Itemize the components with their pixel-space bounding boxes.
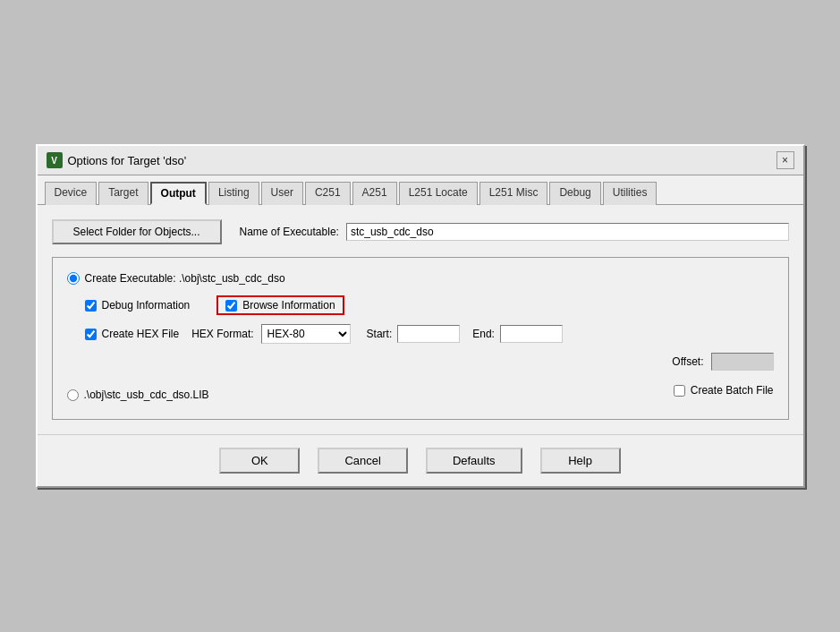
start-label: Start:: [367, 328, 393, 340]
tab-utilities[interactable]: Utilities: [603, 182, 658, 205]
select-folder-button[interactable]: Select Folder for Objects...: [52, 219, 222, 244]
tab-listing[interactable]: Listing: [208, 182, 259, 205]
name-exec-label: Name of Executable:: [240, 226, 339, 238]
app-icon: V: [47, 152, 63, 168]
create-batch-checkbox[interactable]: [674, 385, 685, 397]
create-executable-radio[interactable]: [67, 272, 80, 285]
create-executable-row: Create Executable: .\obj\stc_usb_cdc_dso: [67, 272, 774, 285]
content-area: Select Folder for Objects... Name of Exe…: [38, 205, 803, 434]
title-bar: V Options for Target 'dso' ×: [38, 146, 803, 175]
offset-input: [711, 353, 774, 371]
browse-info-checkbox[interactable]: [225, 300, 237, 312]
end-input[interactable]: [500, 325, 563, 343]
end-label: End:: [472, 328, 495, 340]
tab-a251[interactable]: A251: [352, 182, 397, 205]
lib-path-label: .\obj\stc_usb_cdc_dso.LIB: [84, 389, 209, 401]
start-input[interactable]: [397, 325, 460, 343]
lib-row: .\obj\stc_usb_cdc_dso.LIB: [67, 389, 209, 401]
top-row: Select Folder for Objects... Name of Exe…: [52, 219, 789, 244]
tab-target[interactable]: Target: [98, 182, 148, 205]
options-group: Create Executable: .\obj\stc_usb_cdc_dso…: [52, 257, 789, 420]
main-window: V Options for Target 'dso' × Device Targ…: [36, 144, 805, 488]
ok-button[interactable]: OK: [219, 448, 300, 474]
create-executable-label: Create Executable: .\obj\stc_usb_cdc_dso: [85, 272, 285, 285]
defaults-button[interactable]: Defaults: [426, 448, 522, 474]
offset-label: Offset:: [672, 355, 703, 368]
name-exec-row: Name of Executable:: [240, 223, 789, 241]
tab-output[interactable]: Output: [150, 182, 207, 205]
create-hex-label: Create HEX File: [102, 328, 180, 340]
lib-radio[interactable]: [67, 389, 79, 401]
create-batch-label: Create Batch File: [691, 384, 774, 397]
tab-l251misc[interactable]: L251 Misc: [479, 182, 548, 205]
debug-info-checkbox[interactable]: [85, 300, 97, 312]
offset-row: Offset:: [67, 353, 774, 371]
tab-bar: Device Target Output Listing User C251 A…: [38, 175, 803, 205]
tab-user[interactable]: User: [261, 182, 303, 205]
lib-batch-row: .\obj\stc_usb_cdc_dso.LIB Create Batch F…: [67, 380, 774, 401]
close-button[interactable]: ×: [776, 151, 794, 169]
debug-info-row: Debug Information: [85, 299, 191, 312]
hex-format-select[interactable]: HEX-80 HEX-16 HEX-32: [261, 324, 351, 344]
hex-format-label: HEX Format:: [191, 328, 253, 340]
help-button[interactable]: Help: [540, 448, 621, 474]
title-bar-left: V Options for Target 'dso': [47, 152, 187, 168]
hex-file-row: Create HEX File HEX Format: HEX-80 HEX-1…: [85, 324, 774, 344]
browse-info-label: Browse Information: [242, 299, 335, 312]
tab-l251locate[interactable]: L251 Locate: [399, 182, 478, 205]
tab-device[interactable]: Device: [45, 182, 98, 205]
window-title: Options for Target 'dso': [68, 154, 187, 167]
debug-info-label: Debug Information: [102, 299, 191, 312]
browse-info-box: Browse Information: [216, 295, 344, 315]
footer: OK Cancel Defaults Help: [38, 434, 803, 486]
name-exec-input[interactable]: [346, 223, 789, 241]
tab-debug[interactable]: Debug: [549, 182, 600, 205]
create-executable-path: .\obj\stc_usb_cdc_dso: [179, 272, 285, 285]
cancel-button[interactable]: Cancel: [318, 448, 407, 474]
tab-c251[interactable]: C251: [305, 182, 351, 205]
batch-row: Create Batch File: [674, 384, 774, 397]
create-hex-checkbox[interactable]: [85, 329, 97, 340]
